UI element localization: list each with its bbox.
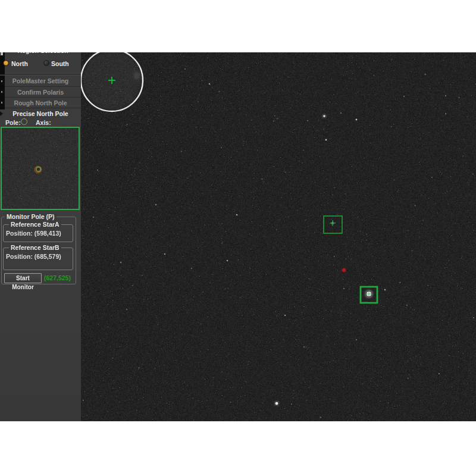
start-monitor-button[interactable]: Start Monitor [4, 273, 42, 283]
radio-south-label[interactable]: South [51, 60, 69, 67]
reference-star-b-title: Reference StarB [9, 244, 61, 251]
step-item-confirm-polaris[interactable]: Confirm Polaris [0, 86, 81, 97]
preview-marker-overlay [2, 128, 79, 209]
step-list: PoleMaster SettingConfirm PolarisRough N… [0, 76, 81, 118]
axis-ring-icon [52, 118, 58, 125]
radio-north-label[interactable]: North [11, 60, 28, 67]
monitor-pole-group: Monitor Pole (P) Reference StarA Positio… [1, 217, 76, 284]
step-item-precise-north-pole[interactable]: Precise North Pole [0, 108, 81, 118]
axis-legend-label: Axis: [36, 119, 51, 126]
polemaster-window: Region Selection North South PoleMaster … [0, 52, 476, 421]
reference-star-b-position: Position: (685,579) [6, 253, 61, 260]
step-item-polemaster-setting[interactable]: PoleMaster Setting [0, 76, 81, 86]
reference-star-a-title: Reference StarA [9, 221, 61, 228]
reference-star-a-group: Reference StarA Position: (598,413) [3, 224, 73, 242]
camera-starfield-view[interactable] [81, 52, 476, 421]
radio-south-icon[interactable] [43, 60, 49, 66]
step-item-label: Precise North Pole [12, 110, 68, 117]
pole-legend-label: Pole: [5, 119, 21, 126]
step-item-label: Rough North Pole [14, 99, 67, 107]
region-selection-title: Region Selection [5, 52, 81, 55]
region-radio-group: North South [0, 60, 81, 69]
monitor-pole-title: Monitor Pole (P) [5, 213, 57, 220]
reference-star-b-group: Reference StarB Position: (685,579) [3, 248, 73, 270]
step-item-label: Confirm Polaris [17, 89, 64, 96]
marker-legend: Pole: Axis: [0, 118, 81, 127]
step-item-label: PoleMaster Setting [12, 77, 69, 84]
alignment-overlay [81, 52, 476, 421]
pole-coordinates-value: (627,525) [44, 274, 71, 281]
step-item-rough-north-pole[interactable]: Rough North Pole [0, 97, 81, 108]
radio-north-icon[interactable] [3, 60, 9, 66]
pole-ring-icon [21, 118, 27, 125]
reference-star-a-position: Position: (598,413) [6, 230, 61, 237]
strip-top-icon [1, 52, 3, 55]
pole-preview-image [1, 127, 80, 210]
sidebar: Region Selection North South PoleMaster … [0, 52, 81, 421]
